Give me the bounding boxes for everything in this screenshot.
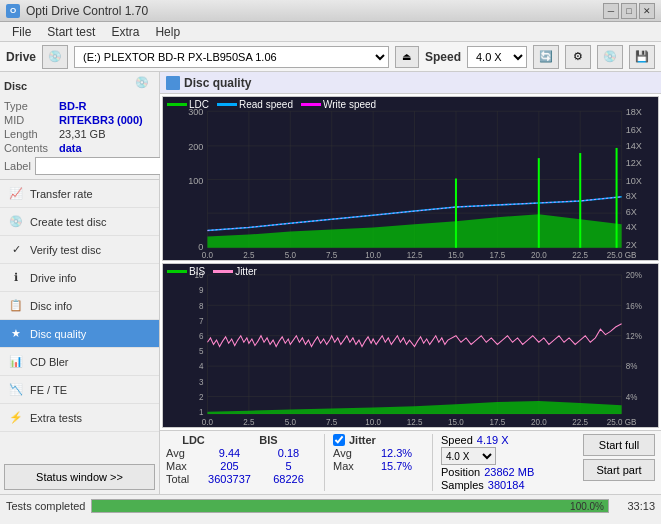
- total-label: Total: [166, 473, 198, 485]
- drive-icon-btn[interactable]: 💿: [42, 45, 68, 69]
- samples-label: Samples: [441, 479, 484, 491]
- drive-info-icon: ℹ: [8, 270, 24, 286]
- total-ldc-value: 3603737: [202, 473, 257, 485]
- ldc-legend-color: [167, 103, 187, 106]
- panel-header: Disc quality: [160, 72, 661, 94]
- jitter-section: Jitter Avg 12.3% Max 15.7%: [333, 434, 424, 472]
- svg-text:2: 2: [199, 392, 204, 402]
- svg-rect-46: [163, 264, 658, 427]
- total-bis-value: 68226: [261, 473, 316, 485]
- svg-text:7.5: 7.5: [326, 251, 338, 260]
- disc-mid-value: RITEKBR3 (000): [59, 114, 143, 126]
- jitter-checkbox[interactable]: [333, 434, 345, 446]
- close-button[interactable]: ✕: [639, 3, 655, 19]
- fe-te-icon: 📉: [8, 382, 24, 398]
- eject-button[interactable]: ⏏: [395, 46, 419, 68]
- settings-icon[interactable]: ⚙: [565, 45, 591, 69]
- svg-text:2X: 2X: [626, 240, 637, 250]
- ldc-bis-stats: LDC BIS Avg 9.44 0.18 Max 205 5 Total 36…: [166, 434, 316, 485]
- disc-length-label: Length: [4, 128, 59, 140]
- disc-mid-row: MID RITEKBR3 (000): [4, 114, 155, 126]
- disc-type-row: Type BD-R: [4, 100, 155, 112]
- bottom-chart-legend: BIS Jitter: [167, 266, 257, 277]
- disc-type-value: BD-R: [59, 100, 87, 112]
- sidebar-item-verify-test-disc[interactable]: ✓ Verify test disc: [0, 236, 159, 264]
- bis-legend-label: BIS: [189, 266, 205, 277]
- avg-label: Avg: [166, 447, 198, 459]
- cd-bler-label: CD Bler: [30, 356, 69, 368]
- sidebar-item-disc-quality[interactable]: ★ Disc quality: [0, 320, 159, 348]
- panel-title: Disc quality: [184, 76, 251, 90]
- disc-section-title: Disc: [4, 80, 27, 92]
- jitter-max-value: 15.7%: [369, 460, 424, 472]
- disc-header: Disc 💿: [4, 76, 155, 96]
- sidebar-item-drive-info[interactable]: ℹ Drive info: [0, 264, 159, 292]
- sidebar-item-fe-te[interactable]: 📉 FE / TE: [0, 376, 159, 404]
- max-ldc-value: 205: [202, 460, 257, 472]
- fe-te-label: FE / TE: [30, 384, 67, 396]
- nav-items: 📈 Transfer rate 💿 Create test disc ✓ Ver…: [0, 180, 159, 460]
- sidebar-item-disc-info[interactable]: 📋 Disc info: [0, 292, 159, 320]
- disc-icon[interactable]: 💿: [597, 45, 623, 69]
- svg-text:200: 200: [188, 142, 203, 152]
- disc-contents-value: data: [59, 142, 82, 154]
- refresh-icon[interactable]: 🔄: [533, 45, 559, 69]
- sidebar-item-transfer-rate[interactable]: 📈 Transfer rate: [0, 180, 159, 208]
- ldc-legend: LDC: [167, 99, 209, 110]
- svg-text:8: 8: [199, 300, 204, 310]
- disc-quality-label: Disc quality: [30, 328, 86, 340]
- write-speed-legend-label: Write speed: [323, 99, 376, 110]
- menu-file[interactable]: File: [4, 23, 39, 41]
- menu-bar: File Start test Extra Help: [0, 22, 661, 42]
- jitter-avg-value: 12.3%: [369, 447, 424, 459]
- transfer-rate-icon: 📈: [8, 186, 24, 202]
- progress-text: 100.0%: [570, 500, 604, 511]
- sidebar-item-create-test-disc[interactable]: 💿 Create test disc: [0, 208, 159, 236]
- disc-length-value: 23,31 GB: [59, 128, 105, 140]
- svg-text:2.5: 2.5: [243, 417, 255, 427]
- extra-tests-label: Extra tests: [30, 412, 82, 424]
- svg-text:6: 6: [199, 331, 204, 341]
- jitter-max-label: Max: [333, 460, 365, 472]
- svg-text:7: 7: [199, 315, 204, 325]
- menu-help[interactable]: Help: [147, 23, 188, 41]
- sidebar-item-extra-tests[interactable]: ⚡ Extra tests: [0, 404, 159, 432]
- jitter-legend-color: [213, 270, 233, 273]
- progress-bar: 100.0%: [91, 499, 609, 513]
- minimize-button[interactable]: ─: [603, 3, 619, 19]
- save-icon[interactable]: 💾: [629, 45, 655, 69]
- transfer-rate-label: Transfer rate: [30, 188, 93, 200]
- speed-select[interactable]: 4.0 X: [467, 46, 527, 68]
- disc-info-icon: 📋: [8, 298, 24, 314]
- app-icon: O: [6, 4, 20, 18]
- maximize-button[interactable]: □: [621, 3, 637, 19]
- speed-select-sm[interactable]: 4.0 X: [441, 447, 496, 465]
- start-full-button[interactable]: Start full: [583, 434, 655, 456]
- create-test-disc-label: Create test disc: [30, 216, 106, 228]
- svg-text:15.0: 15.0: [448, 417, 464, 427]
- disc-info-label: Disc info: [30, 300, 72, 312]
- top-chart: LDC Read speed Write speed: [162, 96, 659, 261]
- speed-row: Speed 4.19 X: [441, 434, 534, 446]
- top-chart-svg: 300 200 100 0 18X 16X 14X 12X 10X 8X 6X …: [163, 97, 658, 260]
- drive-select[interactable]: (E:) PLEXTOR BD-R PX-LB950SA 1.06: [74, 46, 389, 68]
- title-bar: O Opti Drive Control 1.70 ─ □ ✕: [0, 0, 661, 22]
- svg-text:22.5: 22.5: [572, 417, 588, 427]
- ldc-legend-label: LDC: [189, 99, 209, 110]
- speed-select-row: 4.0 X: [441, 447, 534, 465]
- bis-legend-color: [167, 270, 187, 273]
- sidebar-item-cd-bler[interactable]: 📊 CD Bler: [0, 348, 159, 376]
- speed-current-value: 4.19 X: [477, 434, 509, 446]
- max-bis-value: 5: [261, 460, 316, 472]
- window-controls: ─ □ ✕: [603, 3, 655, 19]
- menu-extra[interactable]: Extra: [103, 23, 147, 41]
- status-window-button[interactable]: Status window >>: [4, 464, 155, 490]
- start-part-button[interactable]: Start part: [583, 459, 655, 481]
- top-chart-legend: LDC Read speed Write speed: [167, 99, 376, 110]
- svg-text:20%: 20%: [626, 270, 643, 280]
- stats-total-row: Total 3603737 68226: [166, 473, 316, 485]
- disc-label-input[interactable]: [35, 157, 168, 175]
- cd-bler-icon: 📊: [8, 354, 24, 370]
- svg-text:5: 5: [199, 346, 204, 356]
- menu-start-test[interactable]: Start test: [39, 23, 103, 41]
